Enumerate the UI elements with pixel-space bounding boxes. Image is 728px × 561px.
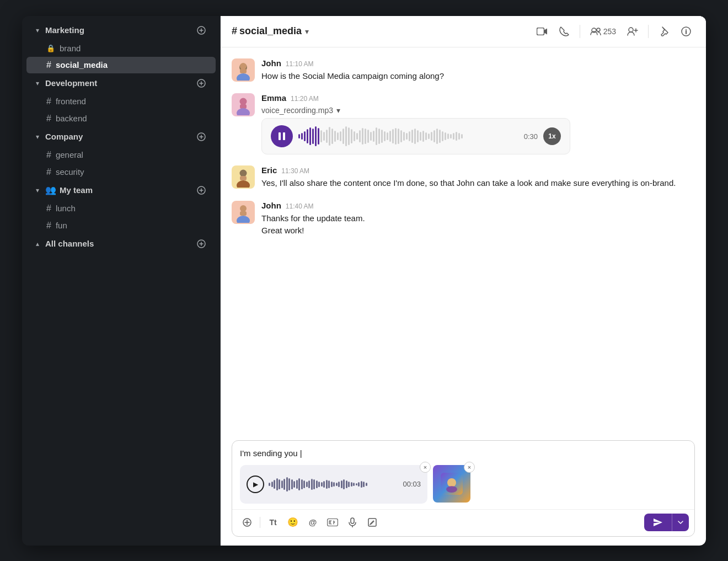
voice-filename[interactable]: voice_recording.mp3 ▾ [261,106,695,115]
sidebar-section-marketing[interactable]: ▾ Marketing [26,22,216,39]
voice-attachment: voice_recording.mp3 ▾ 0:30 1x [261,106,695,154]
sidebar-item-backend[interactable]: # backend [26,110,216,127]
sidebar-section-development[interactable]: ▾ Development [26,74,216,92]
hash-icon: # [46,221,51,231]
sidebar-section-my-team[interactable]: ▾ 👥 My team [26,181,216,199]
message-header: Eric 11:30 AM [261,165,695,175]
chevron-up-icon: ▴ [33,240,42,248]
sidebar-item-brand[interactable]: 🔒 brand [26,40,216,56]
voice-preview-waveform [269,477,398,492]
svg-point-31 [446,486,457,493]
svg-rect-27 [240,211,247,216]
voice-duration: 0:30 [524,132,538,141]
channel-label: general [56,150,83,159]
voice-preview-play-button[interactable]: ▶ [247,475,264,493]
channel-label: backend [56,114,87,123]
sidebar-item-general[interactable]: # general [26,147,216,163]
team-emoji-icon: 👥 [45,185,56,195]
gif-button[interactable] [323,513,342,532]
sidebar-section-label: Development [45,78,97,88]
add-channel-button[interactable] [196,25,207,36]
svg-point-13 [240,63,247,70]
hash-icon: # [46,97,51,106]
sidebar-section-label: All channels [45,239,94,248]
main-content: # social_media ▾ 253 [221,16,706,546]
channel-label: frontend [56,97,86,106]
message-header: John 11:40 AM [261,201,695,210]
members-count-value: 253 [603,27,616,36]
message-content: John 11:10 AM How is the Social Media ca… [261,58,695,83]
compose-area: I'm sending you | × ▶ 00:03 × [232,440,695,537]
add-member-button[interactable] [624,23,641,40]
voice-player: 0:30 1x [261,118,570,154]
compose-input[interactable]: I'm sending you | [240,447,687,461]
timestamp: 11:20 AM [291,95,319,103]
message-3: Eric 11:30 AM Yes, I'll also share the c… [232,165,695,190]
svg-rect-34 [351,518,354,523]
image-attachment-preview: × [433,465,472,504]
channel-label: social_media [56,60,108,70]
svg-rect-14 [240,69,247,73]
sidebar-section-company[interactable]: ▾ Company [26,128,216,146]
speed-button[interactable]: 1x [543,127,561,145]
chevron-icon: ▾ [33,133,42,141]
avatar-eric [232,165,255,189]
add-channel-button[interactable] [196,131,207,142]
sidebar-item-social-media[interactable]: # social_media [26,57,216,73]
add-channel-button[interactable] [196,238,207,249]
svg-rect-33 [328,519,338,526]
phone-call-button[interactable] [555,23,573,40]
pin-button[interactable] [655,23,673,40]
chat-header: # social_media ▾ 253 [221,16,706,47]
sidebar-section-label: My team [60,185,93,195]
svg-rect-20 [283,132,285,140]
header-chevron-icon: ▾ [305,27,309,36]
send-button[interactable] [644,514,672,531]
channel-label: lunch [56,204,76,213]
members-count[interactable]: 253 [587,25,619,38]
sidebar-section-all-channels[interactable]: ▴ All channels [26,235,216,253]
svg-point-8 [629,28,633,32]
image-close-button[interactable]: × [464,462,475,473]
toolbar-divider [260,517,260,528]
pause-button[interactable] [271,125,293,147]
add-channel-button[interactable] [196,185,207,196]
header-divider [580,25,580,38]
filename-text: voice_recording.mp3 [261,106,333,115]
mention-button[interactable]: @ [303,513,322,532]
sidebar-section-label: Company [45,132,83,141]
add-channel-button[interactable] [196,78,207,89]
messages-area: John 11:10 AM How is the Social Media ca… [221,47,706,434]
compose-attachments: × ▶ 00:03 × [232,465,694,509]
svg-rect-19 [279,132,281,140]
send-dropdown-button[interactable] [672,514,689,531]
header-divider-2 [648,25,649,38]
channel-name-header[interactable]: # social_media ▾ [232,25,309,37]
avatar-john [232,58,255,82]
message-content: Eric 11:30 AM Yes, I'll also share the c… [261,165,695,190]
text-format-button[interactable]: Tt [264,513,282,532]
compose-input-wrapper: I'm sending you | [232,441,694,465]
sidebar-item-lunch[interactable]: # lunch [26,200,216,217]
message-header: John 11:10 AM [261,58,695,68]
info-button[interactable] [677,23,695,40]
compose-toolbar: Tt 🙂 @ [232,509,694,536]
sidebar-item-frontend[interactable]: # frontend [26,93,216,110]
svg-point-30 [447,478,456,487]
edit-button[interactable] [363,513,382,532]
chevron-icon: ▾ [33,26,42,34]
channel-label: fun [56,221,67,230]
mic-button[interactable] [343,513,362,532]
hash-icon: # [46,60,51,70]
sidebar-item-fun[interactable]: # fun [26,217,216,234]
avatar-emma [232,93,255,116]
emoji-button[interactable]: 🙂 [283,513,302,532]
sidebar-item-security[interactable]: # security [26,164,216,180]
hash-icon: # [46,150,51,160]
timestamp: 11:30 AM [281,167,309,175]
sender-name: John [261,58,281,68]
video-call-button[interactable] [533,23,551,40]
header-actions: 253 [533,23,695,40]
add-attachment-button[interactable] [238,513,256,532]
voice-close-button[interactable]: × [420,462,431,473]
